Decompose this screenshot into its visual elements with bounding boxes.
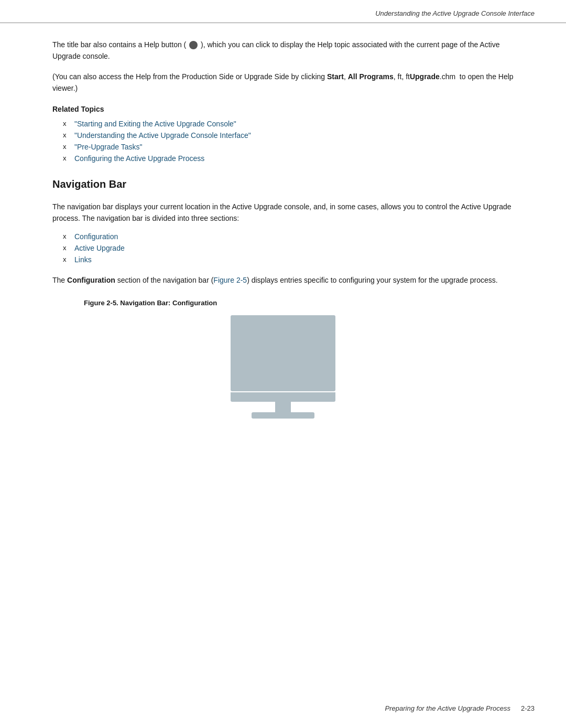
intro-text-before: The title bar also contains a Help butto…: [52, 40, 186, 49]
bullet-icon: x: [63, 232, 69, 240]
topic-link-2[interactable]: "Understanding the Active Upgrade Consol…: [74, 131, 251, 140]
bold-upgrade: Upgrade: [410, 72, 440, 81]
bottom-para-end: ) displays entries specific to configuri…: [247, 276, 498, 284]
figure-caption: Figure 2-5. Navigation Bar: Configuratio…: [52, 299, 514, 307]
monitor-neck: [275, 402, 291, 412]
page-header: Understanding the Active Upgrade Console…: [0, 0, 566, 23]
bold-allprograms: All Programs: [348, 72, 394, 81]
comma1: ,: [344, 72, 348, 81]
topics-list: x "Starting and Exiting the Active Upgra…: [52, 120, 514, 163]
monitor-base: [252, 412, 314, 419]
second-para-before: (You can also access the Help from the P…: [52, 72, 327, 81]
topic-link-3[interactable]: "Pre-Upgrade Tasks": [74, 143, 143, 151]
list-item: x "Pre-Upgrade Tasks": [63, 143, 514, 151]
bullet-icon: x: [63, 255, 69, 263]
list-item: x "Starting and Exiting the Active Upgra…: [63, 120, 514, 128]
header-title: Understanding the Active Upgrade Console…: [375, 9, 535, 17]
footer-page-number: 2-23: [521, 704, 535, 712]
list-item: x Configuration: [63, 232, 514, 241]
monitor-bezel: [231, 392, 335, 402]
bullet-icon: x: [63, 131, 69, 139]
list-item: x Configuring the Active Upgrade Process: [63, 154, 514, 163]
content-area: The title bar also contains a Help butto…: [0, 39, 566, 471]
bottom-paragraph: The Configuration section of the navigat…: [52, 274, 514, 286]
footer-text: Preparing for the Active Upgrade Process: [385, 704, 510, 712]
topic-link-4[interactable]: Configuring the Active Upgrade Process: [74, 154, 204, 163]
bold-start: Start: [327, 72, 344, 81]
figure-container: [52, 315, 514, 419]
bullet-icon: x: [63, 244, 69, 252]
figure-ref-link[interactable]: Figure 2-5: [213, 276, 247, 284]
list-item: x Active Upgrade: [63, 244, 514, 252]
intro-paragraph: The title bar also contains a Help butto…: [52, 39, 514, 62]
nav-link-active-upgrade[interactable]: Active Upgrade: [74, 244, 125, 252]
nav-items-list: x Configuration x Active Upgrade x Links: [52, 232, 514, 264]
bottom-para-bold: Configuration: [67, 276, 115, 284]
bullet-icon: x: [63, 143, 69, 151]
monitor-illustration: [231, 315, 335, 419]
section-paragraph: The navigation bar displays your current…: [52, 201, 514, 224]
help-icon: [189, 41, 198, 49]
monitor-screen: [231, 315, 335, 391]
bullet-icon: x: [63, 154, 69, 162]
topic-link-1[interactable]: "Starting and Exiting the Active Upgrade…: [74, 120, 236, 128]
nav-link-links[interactable]: Links: [74, 255, 92, 264]
after-bold: , ft, ft: [394, 72, 410, 81]
list-item: x "Understanding the Active Upgrade Cons…: [63, 131, 514, 140]
related-topics-section: Related Topics x "Starting and Exiting t…: [52, 105, 514, 163]
list-item: x Links: [63, 255, 514, 264]
section-heading: Navigation Bar: [52, 178, 514, 192]
page-container: Understanding the Active Upgrade Console…: [0, 0, 566, 728]
page-footer: Preparing for the Active Upgrade Process…: [0, 704, 566, 712]
second-paragraph: (You can also access the Help from the P…: [52, 71, 514, 94]
nav-link-configuration[interactable]: Configuration: [74, 232, 118, 241]
bottom-para-before: The: [52, 276, 67, 284]
figure-ref-text: Figure 2-5: [213, 276, 247, 284]
bullet-icon: x: [63, 120, 69, 127]
related-topics-heading: Related Topics: [52, 105, 514, 113]
bottom-para-middle: section of the navigation bar (: [115, 276, 214, 284]
